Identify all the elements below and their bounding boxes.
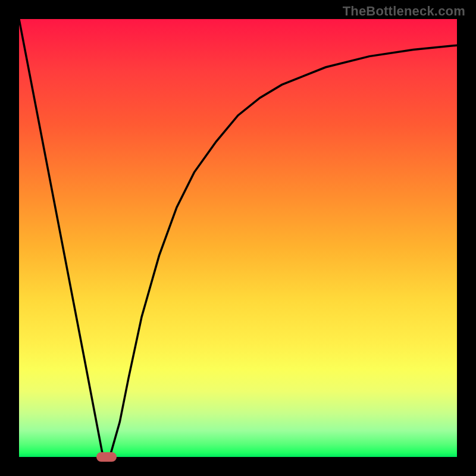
chart-frame: TheBottleneck.com: [0, 0, 476, 476]
plot-area: [19, 19, 457, 457]
curve-path: [19, 19, 457, 457]
bottleneck-curve: [19, 19, 457, 457]
optimum-marker: [96, 452, 117, 462]
watermark-text: TheBottleneck.com: [343, 4, 465, 19]
